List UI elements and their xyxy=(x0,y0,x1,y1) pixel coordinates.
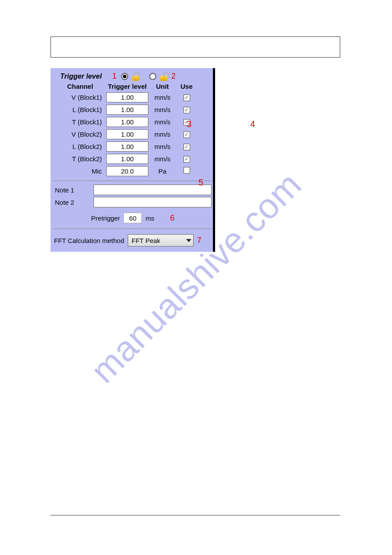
trigger-level-input[interactable] xyxy=(106,154,148,164)
trigger-level-input[interactable] xyxy=(106,141,148,152)
channel-row: MicPa xyxy=(50,165,215,177)
pretrigger-row: Pretrigger ms 6 xyxy=(50,208,215,225)
panel-right-border xyxy=(213,68,215,252)
header-use: Use xyxy=(176,83,198,90)
trigger-level-input[interactable] xyxy=(106,117,148,127)
note-2-label: Note 2 xyxy=(54,199,94,206)
panel-title-row: Trigger level 1 2 xyxy=(50,72,215,83)
fft-label: FFT Calculation method xyxy=(54,237,124,244)
channel-row: L (Block2)mm/s xyxy=(50,140,215,152)
channel-label: L (Block1) xyxy=(55,106,105,113)
trigger-level-input[interactable] xyxy=(106,129,148,139)
divider-2 xyxy=(53,229,212,229)
channel-unit: Pa xyxy=(149,167,176,175)
annotation-1: 1 xyxy=(112,72,117,81)
header-channel: Channel xyxy=(55,83,105,90)
pretrigger-label: Pretrigger xyxy=(91,214,120,222)
channel-unit: mm/s xyxy=(149,118,176,126)
channel-label: Mic xyxy=(55,167,105,175)
channel-unit: mm/s xyxy=(149,155,176,163)
channel-row: V (Block2)mm/s xyxy=(50,128,215,140)
channel-unit: mm/s xyxy=(149,94,176,101)
fft-row: FFT Calculation method FFT Peak 7 xyxy=(50,232,215,247)
fft-select-value: FFT Peak xyxy=(132,237,161,244)
lock-radio-1[interactable] xyxy=(121,73,128,80)
note-1-label: Note 1 xyxy=(54,186,94,194)
use-checkbox[interactable] xyxy=(183,119,190,126)
note-2-row: Note 2 xyxy=(50,196,215,208)
note-2-input[interactable] xyxy=(94,197,212,207)
annotation-2: 2 xyxy=(171,72,176,81)
lock-icon-open xyxy=(160,72,168,81)
trigger-level-input[interactable] xyxy=(106,92,148,102)
divider-1 xyxy=(53,181,212,181)
use-checkbox[interactable] xyxy=(183,131,190,138)
channel-row: T (Block1)mm/s xyxy=(50,116,215,128)
panel-title: Trigger level xyxy=(60,73,102,80)
lock-icon-closed xyxy=(132,72,140,81)
channel-row: V (Block1)mm/s xyxy=(50,91,215,103)
use-checkbox[interactable] xyxy=(183,107,190,113)
use-checkbox[interactable] xyxy=(183,167,190,174)
chevron-down-icon xyxy=(186,239,191,242)
annotation-6: 6 xyxy=(170,214,174,223)
channel-label: L (Block2) xyxy=(55,143,105,150)
channel-label: T (Block2) xyxy=(55,155,105,163)
lock-radio-2[interactable] xyxy=(149,73,156,80)
channel-row: L (Block1)mm/s xyxy=(50,103,215,116)
channel-unit: mm/s xyxy=(149,131,176,138)
annotation-4: 4 xyxy=(250,119,255,129)
note-1-input[interactable] xyxy=(94,185,212,195)
pretrigger-unit: ms xyxy=(145,214,154,222)
header-unit: Unit xyxy=(149,83,176,90)
channel-label: V (Block2) xyxy=(55,131,105,138)
page-header-frame xyxy=(50,36,340,58)
use-checkbox[interactable] xyxy=(183,156,190,163)
channel-unit: mm/s xyxy=(149,143,176,150)
channel-unit: mm/s xyxy=(149,106,176,113)
annotation-7: 7 xyxy=(197,236,201,245)
page-footer-line xyxy=(50,515,340,515)
channel-label: V (Block1) xyxy=(55,94,105,101)
use-checkbox[interactable] xyxy=(183,94,190,101)
channel-row: T (Block2)mm/s xyxy=(50,152,215,165)
trigger-level-input[interactable] xyxy=(106,166,148,176)
note-1-row: Note 1 xyxy=(50,184,215,196)
column-headers: Channel Trigger level Unit Use xyxy=(50,83,215,91)
pretrigger-input[interactable] xyxy=(123,213,142,223)
trigger-level-panel: Trigger level 1 2 Channel Trigger level … xyxy=(50,68,215,252)
trigger-level-input[interactable] xyxy=(106,105,148,115)
header-trigger: Trigger level xyxy=(105,83,149,90)
fft-select[interactable]: FFT Peak xyxy=(128,234,194,247)
channel-label: T (Block1) xyxy=(55,118,105,126)
use-checkbox[interactable] xyxy=(183,144,190,150)
